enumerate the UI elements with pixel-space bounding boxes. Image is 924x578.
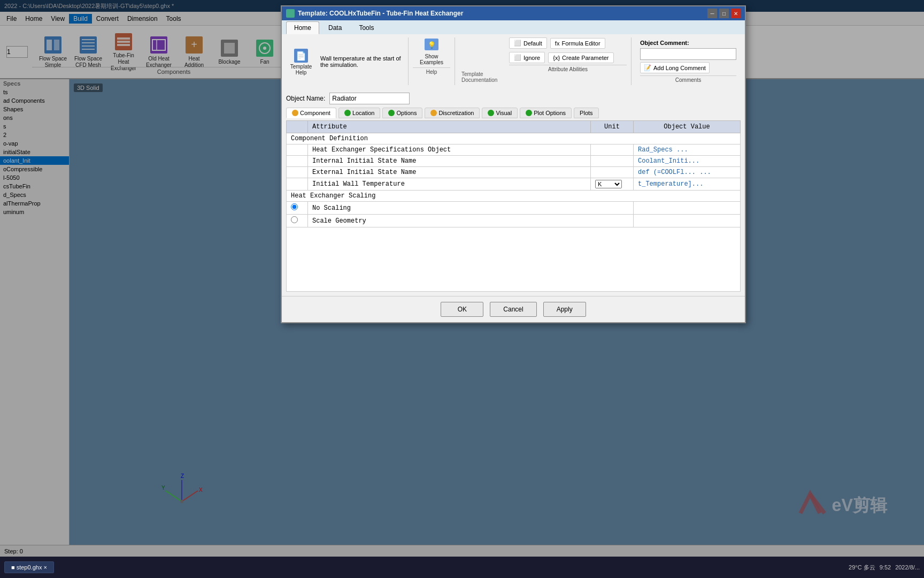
formula-editor-btn[interactable]: fx Formula Editor (550, 38, 605, 49)
show-examples-icon: 💡 (424, 37, 440, 54)
taskbar-system: 29°C 多云 9:52 2022/8/... (849, 564, 920, 572)
visual-tab-icon (488, 110, 494, 116)
row-indicator-3 (287, 167, 308, 178)
object-comment-section: Object Comment: 📝 Add Long Comment Comme… (636, 37, 741, 85)
taskbar-item-label: ■ step0.ghx × (11, 564, 47, 571)
attr-tab-options[interactable]: Options (382, 108, 422, 118)
create-parameter-btn[interactable]: {x} Create Parameter (548, 52, 613, 63)
table-row-hx-specs[interactable]: Heat Exchanger Specifications Object Rad… (287, 144, 741, 156)
modal-tab-tools[interactable]: Tools (351, 21, 382, 34)
attr-tab-component[interactable]: Component (286, 108, 336, 118)
table-row-no-scaling[interactable]: No Scaling (287, 202, 741, 215)
scale-geometry-radio[interactable] (291, 216, 298, 223)
modal-ribbon: 📄 TemplateHelp Wall temperature at the s… (282, 34, 745, 88)
add-long-comment-btn[interactable]: 📝 Add Long Comment (640, 62, 710, 73)
table-row-wall-temp[interactable]: Initial Wall Temperature K °C °F t_Tempe… (287, 178, 741, 191)
visual-tab-label: Visual (496, 110, 512, 116)
discretization-tab-icon (430, 110, 437, 116)
default-icon: ⬜ (514, 40, 521, 47)
modal-close-btn[interactable]: ✕ (731, 9, 741, 18)
apply-button[interactable]: Apply (543, 302, 586, 317)
col-indicator (287, 121, 308, 133)
external-init-value[interactable]: def (=COOLFl... ... (634, 167, 741, 178)
hx-specs-attr: Heat Exchanger Specifications Object (308, 144, 591, 156)
scale-geometry-value (634, 215, 741, 227)
time-text: 9:52 (880, 564, 891, 571)
external-init-attr: External Initial State Name (308, 167, 591, 178)
date-text: 2022/8/... (895, 564, 920, 571)
formula-icon: fx (555, 40, 560, 47)
unit-select[interactable]: K °C °F (595, 180, 622, 188)
table-row-internal-init[interactable]: Internal Initial State Name Coolant_Init… (287, 156, 741, 167)
modal-tab-data[interactable]: Data (320, 21, 350, 34)
wall-temp-attr: Initial Wall Temperature (308, 178, 591, 191)
show-examples-btn[interactable]: 💡 ShowExamples (413, 37, 450, 65)
default-btn[interactable]: ⬜ Default (509, 37, 547, 49)
weather-text: 29°C 多云 (849, 564, 875, 572)
scale-geometry-label: Scale Geometry (308, 215, 634, 227)
modal-maximize-btn[interactable]: □ (719, 9, 729, 18)
template-help-btn[interactable]: 📄 TemplateHelp (286, 45, 316, 78)
radio-cell-no-scaling[interactable] (287, 202, 308, 215)
modal-tab-home[interactable]: Home (286, 21, 319, 34)
options-tab-label: Options (396, 110, 417, 116)
modal-body: Object Name: Component Location Options (282, 88, 745, 296)
attr-tab-visual[interactable]: Visual (482, 108, 518, 118)
object-comment-heading: Object Comment: (640, 40, 736, 46)
create-param-label: Create Parameter (562, 55, 609, 61)
plot-options-tab-icon (526, 110, 532, 116)
discretization-tab-label: Discretization (438, 110, 474, 116)
taskbar: ■ step0.ghx × 29°C 多云 9:52 2022/8/... (0, 557, 924, 578)
attr-tab-plots[interactable]: Plots (574, 108, 598, 118)
svg-text:💡: 💡 (428, 41, 436, 49)
no-scaling-label: No Scaling (308, 202, 634, 215)
col-unit: Unit (591, 121, 634, 133)
modal-overlay: Template: COOLHxTubeFin - Tube-Fin Heat … (0, 0, 924, 578)
section-header-component-def: Component Definition (287, 133, 741, 144)
template-doc-label: Template Documentation (459, 37, 505, 85)
default-label: Default (523, 40, 542, 47)
table-row-external-init[interactable]: External Initial State Name def (=COOLFl… (287, 167, 741, 178)
template-section: 📄 TemplateHelp Wall temperature at the s… (286, 37, 409, 85)
attribute-abilities-section: ⬜ Default fx Formula Editor ⬜ Ignore {x}… (509, 37, 632, 85)
comments-section-label: Comments (640, 75, 736, 83)
help-label: Help (413, 67, 450, 75)
object-name-input[interactable] (329, 93, 410, 104)
template-icon: 📄 (293, 48, 309, 64)
radio-cell-scale-geometry[interactable] (287, 215, 308, 227)
attr-tab-plot-options[interactable]: Plot Options (520, 108, 572, 118)
modal-dialog: Template: COOLHxTubeFin - Tube-Fin Heat … (281, 5, 746, 323)
taskbar-item-step0[interactable]: ■ step0.ghx × (4, 561, 54, 573)
template-description: Wall temperature at the start of the sim… (318, 53, 404, 70)
internal-init-unit (591, 156, 634, 167)
hx-specs-unit (591, 144, 634, 156)
attr-tab-location[interactable]: Location (338, 108, 381, 118)
wall-temp-unit: K °C °F (591, 178, 634, 191)
row-indicator-4 (287, 178, 308, 191)
section-header-scaling: Heat Exchanger Scaling (287, 191, 741, 202)
location-tab-icon (344, 110, 351, 116)
hx-specs-value[interactable]: Rad_Specs ... (634, 144, 741, 156)
row-indicator-2 (287, 156, 308, 167)
component-tab-label: Component (300, 110, 330, 116)
attribute-table: Attribute Unit Object Value Component De… (286, 120, 741, 292)
scaling-header: Heat Exchanger Scaling (287, 191, 741, 202)
ok-button[interactable]: OK (441, 302, 483, 317)
object-name-label: Object Name: (286, 95, 325, 102)
table-row-scale-geometry[interactable]: Scale Geometry (287, 215, 741, 227)
wall-temp-value[interactable]: t_Temperature]... (634, 178, 741, 191)
attr-tab-discretization[interactable]: Discretization (425, 108, 480, 118)
template-btn-label: TemplateHelp (290, 64, 312, 75)
col-value: Object Value (634, 121, 741, 133)
ignore-btn[interactable]: ⬜ Ignore (509, 52, 545, 63)
add-comment-label: Add Long Comment (653, 65, 706, 71)
row-indicator-1 (287, 144, 308, 156)
object-comment-input[interactable] (640, 48, 736, 60)
show-examples-section: 💡 ShowExamples Help (413, 37, 455, 85)
internal-init-value[interactable]: Coolant_Initi... (634, 156, 741, 167)
cancel-button[interactable]: Cancel (490, 302, 536, 317)
component-tab-icon (292, 110, 298, 116)
no-scaling-radio[interactable] (291, 203, 298, 210)
modal-minimize-btn[interactable]: ─ (707, 9, 717, 18)
options-tab-icon (388, 110, 395, 116)
